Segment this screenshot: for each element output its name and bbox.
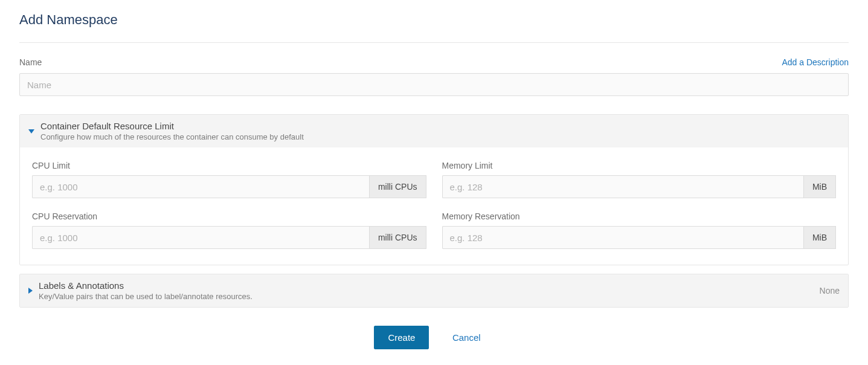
add-description-link[interactable]: Add a Description — [782, 57, 849, 67]
create-button[interactable]: Create — [374, 326, 429, 349]
memory-limit-input[interactable] — [442, 175, 803, 198]
labels-annotations-title: Labels & Annotations — [39, 280, 820, 291]
cpu-limit-label: CPU Limit — [32, 161, 426, 170]
name-field-block: Name Add a Description — [19, 57, 849, 96]
cpu-reservation-label: CPU Reservation — [32, 212, 426, 221]
memory-limit-label: Memory Limit — [442, 161, 837, 170]
resource-limit-desc: Configure how much of the resources the … — [40, 132, 840, 141]
cancel-button[interactable]: Cancel — [439, 326, 494, 349]
memory-reservation-unit: MiB — [803, 226, 836, 249]
memory-limit-field: Memory Limit MiB — [442, 161, 837, 198]
labels-annotations-desc: Key/Value pairs that can be used to labe… — [39, 292, 820, 301]
memory-reservation-input[interactable] — [442, 226, 803, 249]
cpu-reservation-input[interactable] — [32, 226, 369, 249]
footer-actions: Create Cancel — [19, 326, 849, 349]
name-label: Name — [19, 57, 42, 67]
memory-reservation-field: Memory Reservation MiB — [442, 212, 837, 249]
name-input[interactable] — [19, 73, 849, 96]
memory-reservation-label: Memory Reservation — [442, 212, 837, 221]
resource-limit-body: CPU Limit milli CPUs Memory Limit MiB CP… — [20, 147, 848, 265]
resource-limit-section: Container Default Resource Limit Configu… — [19, 114, 849, 265]
page-title: Add Namespace — [19, 12, 849, 28]
labels-annotations-badge: None — [820, 286, 840, 296]
memory-limit-unit: MiB — [803, 175, 836, 198]
resource-limit-title: Container Default Resource Limit — [40, 121, 840, 131]
labels-annotations-header[interactable]: Labels & Annotations Key/Value pairs tha… — [20, 274, 848, 307]
cpu-limit-field: CPU Limit milli CPUs — [32, 161, 426, 198]
cpu-reservation-unit: milli CPUs — [369, 226, 426, 249]
cpu-limit-unit: milli CPUs — [369, 175, 426, 198]
chevron-right-icon — [28, 288, 33, 294]
cpu-reservation-field: CPU Reservation milli CPUs — [32, 212, 426, 249]
chevron-down-icon — [28, 129, 34, 134]
cpu-limit-input[interactable] — [32, 175, 369, 198]
divider — [19, 42, 849, 43]
labels-annotations-section: Labels & Annotations Key/Value pairs tha… — [19, 274, 849, 308]
resource-limit-header[interactable]: Container Default Resource Limit Configu… — [20, 115, 848, 147]
